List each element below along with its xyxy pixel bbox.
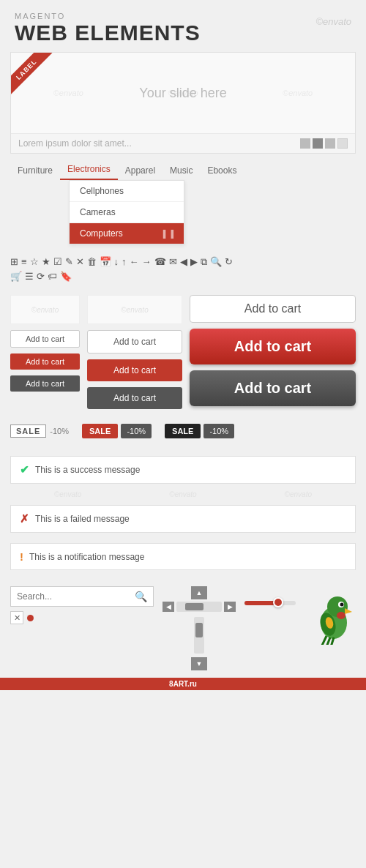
scroll-h-track-row: ◀ ▶	[163, 602, 236, 612]
right-arrow-icon[interactable]: →	[142, 256, 152, 268]
svg-point-5	[337, 612, 346, 619]
discount-red: -10%	[121, 424, 152, 438]
up-arrow-icon[interactable]: ↑	[122, 256, 127, 268]
scroll-h-track[interactable]	[176, 602, 222, 612]
slide-area: ©envato ©envato ©envato Your slide here	[11, 53, 355, 133]
discount-dark: -10%	[203, 424, 234, 438]
sale-group-dark: SALE -10%	[165, 424, 234, 438]
nav-dot-3[interactable]	[325, 138, 335, 149]
prev-icon[interactable]: ◀	[180, 256, 187, 268]
mini-controls-row: ✕	[10, 611, 154, 624]
star-filled-icon[interactable]: ★	[42, 256, 51, 268]
nav-dot-1[interactable]	[300, 138, 310, 149]
next-icon[interactable]: ▶	[190, 256, 198, 268]
search-zoom-icon[interactable]: 🔍	[210, 256, 222, 268]
message-notification: ! This is a notification message	[10, 543, 356, 570]
sale-badge-red: SALE	[82, 424, 118, 438]
btn-dark-medium[interactable]: Add to cart	[87, 387, 182, 409]
btn-red-medium[interactable]: Add to cart	[87, 359, 182, 381]
btn-outline-large[interactable]: Add to cart	[190, 295, 356, 323]
left-arrow-icon[interactable]: ←	[130, 256, 139, 268]
icons-row-1: ⊞ ≡ ☆ ★ ☑ ✎ ✕ 🗑 📅 ↓ ↑ ← → ☎ ✉ ◀ ▶ ⧉ 🔍 ↻	[10, 256, 356, 268]
dropdown-item-cameras[interactable]: Cameras	[70, 202, 184, 223]
scroll-h-thumb[interactable]	[185, 603, 203, 610]
refresh-icon[interactable]: ↻	[225, 256, 233, 268]
grid-icon[interactable]: ⊞	[10, 256, 18, 268]
scroll-up-arrow[interactable]: ▲	[191, 586, 207, 599]
list-icon[interactable]: ≡	[21, 256, 27, 268]
btn-col-large: Add to cart Add to cart Add to cart	[190, 295, 356, 406]
ribbon-inner: LABEL	[11, 53, 52, 95]
success-icon: ✔	[20, 463, 29, 476]
dropdown-item-computers[interactable]: Computers ▌▐	[70, 223, 184, 244]
btn-outline-small[interactable]: Add to cart	[10, 330, 80, 348]
scroll-v-track[interactable]	[194, 617, 204, 654]
btn-red-small[interactable]: Add to cart	[10, 353, 80, 370]
mini-btn-x[interactable]: ✕	[10, 611, 23, 624]
search-button[interactable]: 🔍	[135, 591, 147, 602]
nav-dot-2[interactable]	[313, 138, 323, 149]
email-icon[interactable]: ✉	[169, 256, 177, 268]
sale-group-plain: SALE -10%	[10, 424, 69, 438]
scroll-down-arrow[interactable]: ▼	[191, 657, 207, 670]
nav-dots[interactable]	[300, 138, 348, 149]
search-box[interactable]: 🔍	[10, 586, 154, 607]
btn-red-large[interactable]: Add to cart	[190, 329, 356, 364]
slider-thumb[interactable]	[273, 597, 283, 607]
envato-wm-sm: ©envato	[10, 295, 80, 324]
scrollbar-col: ▲ ◀ ▶ ▼	[163, 586, 236, 670]
nav-item-music[interactable]: Music	[163, 161, 200, 180]
nav-item-furniture[interactable]: Furniture	[10, 161, 60, 180]
main-card: LABEL ©envato ©envato ©envato Your slide…	[10, 52, 356, 154]
sale-section: SALE -10% SALE -10% SALE -10%	[0, 416, 366, 446]
reload-icon[interactable]: ⟳	[37, 271, 45, 282]
label-tag-icon[interactable]: 🔖	[60, 271, 72, 282]
x-icon[interactable]: ✕	[76, 256, 84, 268]
copy-icon[interactable]: ⧉	[201, 256, 207, 268]
sale-badge-plain: SALE	[10, 424, 46, 438]
check-icon[interactable]: ☑	[53, 256, 62, 268]
parrot-decoration	[305, 586, 356, 645]
trash-icon[interactable]: 🗑	[87, 256, 97, 268]
messages-section: ✔ This is a success message ©envato ©env…	[0, 452, 366, 575]
cart-icon[interactable]: 🛒	[10, 271, 22, 282]
dropdown-item-cellphones[interactable]: Cellphones	[70, 181, 184, 202]
btn-dark-small[interactable]: Add to cart	[10, 375, 80, 392]
slider-track[interactable]	[244, 601, 296, 605]
failed-text: This is a failed message	[35, 514, 130, 524]
header-title: WEB ELEMENTS	[15, 20, 351, 45]
sale-badge-dark: SALE	[165, 424, 201, 438]
discount-plain: -10%	[50, 427, 69, 435]
nav-item-ebooks[interactable]: Ebooks	[200, 161, 244, 180]
pencil-icon[interactable]: ✎	[65, 256, 73, 268]
calendar-icon[interactable]: 📅	[100, 256, 111, 268]
search-col: 🔍 ✕	[10, 586, 154, 624]
nav-dot-4[interactable]	[337, 138, 348, 149]
scroll-left-arrow[interactable]: ◀	[163, 602, 174, 612]
envato-wm-md: ©envato	[87, 295, 182, 324]
btn-outline-medium[interactable]: Add to cart	[87, 330, 182, 353]
caption-bar: Lorem ipsum dolor sit amet...	[11, 133, 355, 153]
mini-dot-red	[27, 615, 34, 621]
nav-item-electronics[interactable]: Electronics	[60, 160, 118, 180]
message-failed: ✗ This is a failed message	[10, 505, 356, 533]
label-ribbon: LABEL	[11, 53, 62, 104]
nav-item-apparel[interactable]: Apparel	[118, 161, 163, 180]
dropdown-menu: Cellphones Cameras Computers ▌▐	[69, 180, 184, 244]
phone-icon[interactable]: ☎	[154, 256, 166, 268]
envato-wm-messages: ©envato ©envato ©envato	[10, 487, 356, 501]
nav-bar: Furniture Electronics Apparel Music Eboo…	[0, 154, 366, 180]
search-input[interactable]	[17, 591, 135, 602]
down-arrow-icon[interactable]: ↓	[114, 256, 119, 268]
icons-row-2: 🛒 ☰ ⟳ 🏷 🔖	[10, 271, 356, 282]
success-text: This is a success message	[35, 465, 140, 475]
btn-dark-large[interactable]: Add to cart	[190, 370, 356, 406]
svg-point-3	[340, 603, 344, 607]
scroll-right-arrow[interactable]: ▶	[224, 602, 236, 612]
star-icon[interactable]: ☆	[30, 256, 39, 268]
scroll-v-thumb[interactable]	[195, 623, 203, 637]
slider-col	[244, 586, 296, 605]
tag-icon[interactable]: 🏷	[48, 271, 57, 282]
menu-icon[interactable]: ☰	[25, 271, 34, 282]
notification-text: This is a notification message	[29, 552, 144, 562]
